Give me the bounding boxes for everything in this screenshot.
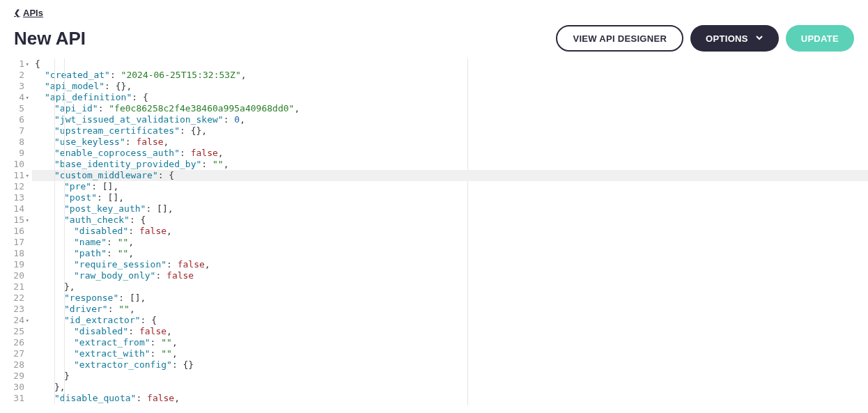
- token-bool: false: [166, 270, 194, 281]
- code-line[interactable]: "extractor_config": {}: [32, 359, 868, 371]
- line-number: 25: [0, 326, 24, 337]
- token-key: "extract_with": [74, 348, 150, 359]
- line-number: 18: [0, 248, 24, 259]
- line-number: 10: [0, 159, 24, 170]
- code-line[interactable]: "extract_with": "",: [32, 348, 868, 359]
- line-number: 29: [0, 371, 24, 382]
- token-punct: :: [150, 337, 162, 348]
- chevron-down-icon: [755, 33, 764, 44]
- token-punct: ,: [174, 393, 180, 403]
- token-punct: ,: [241, 70, 247, 80]
- code-line[interactable]: "name": "",: [32, 237, 868, 248]
- code-line[interactable]: "path": "",: [32, 248, 868, 259]
- code-line[interactable]: "id_extractor": {: [32, 315, 868, 326]
- code-line[interactable]: },: [32, 281, 868, 293]
- line-number: 17: [0, 237, 24, 248]
- line-number: 21: [0, 281, 24, 293]
- token-punct: : {}: [172, 359, 194, 370]
- token-punct: : {},: [104, 81, 132, 91]
- code-line[interactable]: "custom_middleware": {: [32, 170, 868, 181]
- line-number: 2: [0, 70, 24, 81]
- code-line[interactable]: "post": [],: [32, 192, 868, 203]
- options-label: OPTIONS: [706, 33, 748, 44]
- token-punct: }: [64, 371, 70, 381]
- code-area[interactable]: {"created_at": "2024-06-25T15:32:53Z","a…: [31, 59, 868, 405]
- code-line[interactable]: }: [32, 371, 868, 382]
- token-key: "auth_check": [64, 215, 130, 225]
- token-punct: {: [35, 59, 40, 69]
- code-line[interactable]: "jwt_issued_at_validation_skew": 0,: [32, 114, 868, 125]
- code-line[interactable]: "raw_body_only": false: [32, 270, 868, 281]
- view-designer-button[interactable]: VIEW API DESIGNER: [556, 25, 683, 52]
- line-number: 13: [0, 192, 24, 203]
- update-button[interactable]: UPDATE: [786, 25, 854, 52]
- options-button[interactable]: OPTIONS: [690, 25, 779, 52]
- line-number: 9: [0, 148, 24, 159]
- code-line[interactable]: "extract_from": "",: [32, 337, 868, 348]
- token-key: "extract_from": [74, 337, 150, 348]
- token-punct: ,: [166, 226, 172, 236]
- code-line[interactable]: "auth_check": {: [32, 215, 868, 226]
- code-line[interactable]: "disabled": false,: [32, 326, 868, 337]
- code-line[interactable]: "created_at": "2024-06-25T15:32:53Z",: [32, 70, 868, 81]
- code-line[interactable]: {: [32, 59, 868, 70]
- code-line[interactable]: },: [32, 382, 868, 393]
- token-punct: : {: [158, 170, 174, 180]
- line-number: 24: [0, 315, 24, 326]
- code-line[interactable]: "api_id": "fe0c86258c2f4e38460a995a40968…: [32, 103, 868, 114]
- token-punct: : [],: [91, 181, 118, 192]
- line-number: 19: [0, 259, 24, 270]
- token-key: "path": [74, 248, 107, 258]
- token-key: "id_extractor": [64, 315, 141, 325]
- code-line[interactable]: "pre": [],: [32, 181, 868, 192]
- line-number: 20: [0, 270, 24, 281]
- token-punct: :: [136, 393, 147, 403]
- token-punct: :: [166, 259, 178, 270]
- breadcrumb-link[interactable]: ❮ APIs: [14, 8, 43, 18]
- code-line[interactable]: "use_keyless": false,: [32, 137, 868, 148]
- code-line[interactable]: "driver": "",: [32, 304, 868, 315]
- token-key: "enable_coprocess_auth": [54, 148, 180, 158]
- token-punct: },: [64, 281, 75, 292]
- line-number: 4: [0, 92, 24, 103]
- token-key: "disabled": [74, 326, 128, 336]
- code-line[interactable]: "base_identity_provided_by": "",: [32, 159, 868, 170]
- indent-guide: [54, 59, 55, 404]
- code-line[interactable]: "api_definition": {: [32, 92, 868, 103]
- token-punct: :: [128, 226, 139, 236]
- chevron-left-icon: ❮: [14, 8, 20, 17]
- code-line[interactable]: "require_session": false,: [32, 259, 868, 270]
- token-bool: false: [139, 226, 166, 236]
- token-bool: false: [191, 148, 218, 158]
- code-line[interactable]: "response": [],: [32, 293, 868, 304]
- code-line[interactable]: "disabled": false,: [32, 226, 868, 237]
- token-punct: :: [110, 70, 121, 80]
- token-punct: ,: [172, 337, 178, 348]
- code-line[interactable]: "api_model": {},: [32, 81, 868, 92]
- token-key: "pre": [64, 181, 91, 192]
- title-row: New API VIEW API DESIGNER OPTIONS UPDATE: [14, 25, 854, 52]
- token-punct: ,: [128, 237, 134, 247]
- token-punct: :: [180, 148, 191, 158]
- line-number: 27: [0, 348, 24, 359]
- code-line[interactable]: "post_key_auth": [],: [32, 203, 868, 215]
- token-string: "": [118, 304, 130, 314]
- code-line[interactable]: "enable_coprocess_auth": false,: [32, 148, 868, 159]
- code-line[interactable]: "disable_quota": false,: [32, 393, 868, 404]
- token-punct: : {: [132, 92, 148, 102]
- token-key: "upstream_certificates": [54, 125, 180, 136]
- code-line[interactable]: "upstream_certificates": {},: [32, 125, 868, 137]
- token-punct: :: [155, 270, 166, 281]
- token-punct: :: [98, 103, 109, 114]
- token-punct: :: [201, 159, 212, 169]
- token-key: "response": [64, 293, 118, 303]
- line-number: 3: [0, 81, 24, 92]
- token-string: "": [161, 348, 172, 359]
- token-key: "api_id": [54, 103, 98, 114]
- token-punct: :: [108, 304, 119, 314]
- code-editor[interactable]: 1234567891011121314151617181920212223242…: [0, 59, 868, 405]
- token-punct: :: [150, 348, 162, 359]
- line-number: 6: [0, 114, 24, 125]
- line-number: 22: [0, 293, 24, 304]
- token-bool: false: [147, 393, 174, 403]
